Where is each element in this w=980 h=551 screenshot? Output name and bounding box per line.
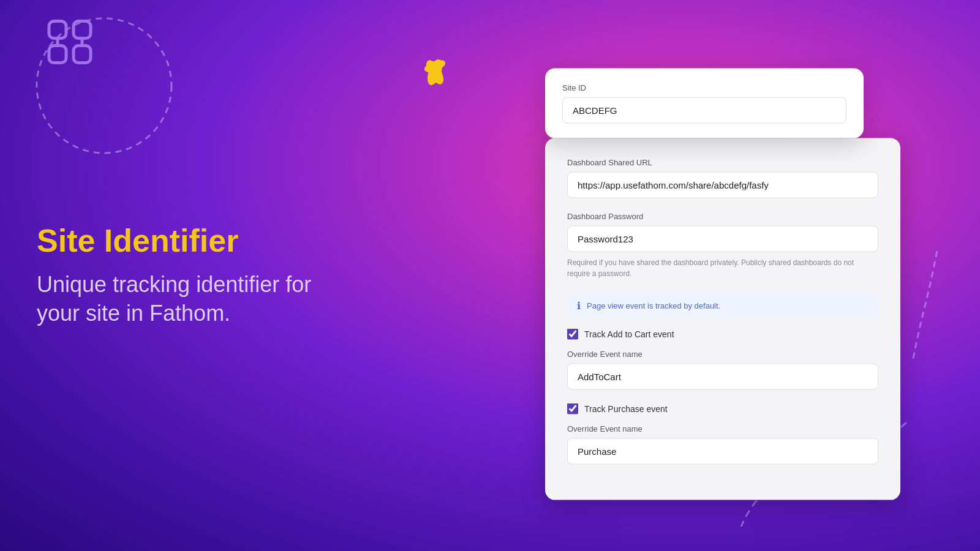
deco-dashes-right <box>894 245 943 367</box>
sparkle-icon <box>404 29 466 91</box>
headline: Site Identifier <box>37 223 355 258</box>
dashboard-url-label: Dashboard Shared URL <box>567 158 878 167</box>
settings-card: Dashboard Shared URL Dashboard Password … <box>545 138 900 500</box>
dashboard-password-group: Dashboard Password Required if you have … <box>567 212 878 279</box>
dashboard-url-group: Dashboard Shared URL <box>567 158 878 198</box>
svg-rect-6 <box>49 46 66 63</box>
info-text: Page view event is tracked by default. <box>587 301 720 310</box>
track-purchase-row: Track Purchase event <box>567 403 878 414</box>
dashboard-password-input[interactable] <box>567 226 878 252</box>
dashboard-password-label: Dashboard Password <box>567 212 878 221</box>
svg-rect-7 <box>74 46 91 63</box>
track-add-to-cart-label: Track Add to Cart event <box>584 329 674 339</box>
track-add-to-cart-row: Track Add to Cart event <box>567 329 878 340</box>
dashboard-password-help: Required if you have shared the dashboar… <box>567 257 878 279</box>
site-id-input[interactable] <box>562 97 846 124</box>
add-to-cart-event-name-input[interactable] <box>567 364 878 390</box>
info-box: ℹ Page view event is tracked by default. <box>567 293 878 319</box>
logo <box>37 3 116 85</box>
site-id-card: Site ID <box>545 69 864 138</box>
track-purchase-checkbox[interactable] <box>567 403 578 414</box>
add-to-cart-event-name-label: Override Event name <box>567 350 878 359</box>
info-icon: ℹ <box>577 300 581 312</box>
subheadline: Unique tracking identifier for your site… <box>37 271 355 328</box>
site-id-label: Site ID <box>562 83 846 92</box>
add-to-cart-event-name-group: Override Event name <box>567 350 878 390</box>
card-panel: Site ID Dashboard Shared URL Dashboard P… <box>545 69 900 500</box>
purchase-event-name-input[interactable] <box>567 438 878 465</box>
track-purchase-label: Track Purchase event <box>584 404 668 414</box>
track-add-to-cart-checkbox[interactable] <box>567 329 578 340</box>
purchase-event-name-group: Override Event name <box>567 424 878 465</box>
svg-rect-5 <box>74 21 91 39</box>
left-panel: Site Identifier Unique tracking identifi… <box>37 223 355 328</box>
background: Site Identifier Unique tracking identifi… <box>0 0 980 551</box>
dashboard-url-input[interactable] <box>567 172 878 198</box>
purchase-event-name-label: Override Event name <box>567 424 878 433</box>
svg-rect-4 <box>49 21 66 39</box>
